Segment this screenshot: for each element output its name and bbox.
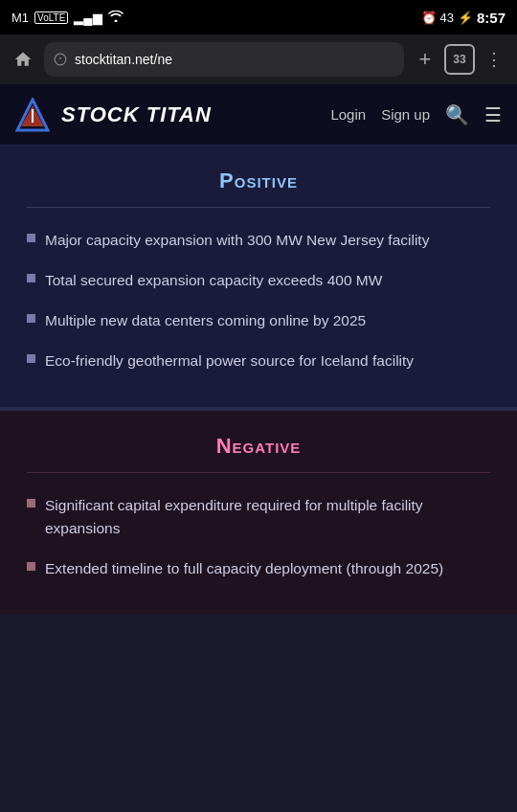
positive-title: Positive <box>27 169 490 193</box>
status-left: M1 VoLTE ▂▄▆ <box>11 11 124 25</box>
signal-icon: ▂▄▆ <box>74 11 101 25</box>
status-right: ⏰ 43 ⚡ 8:57 <box>421 10 506 26</box>
list-item: Extended timeline to full capacity deplo… <box>27 557 490 580</box>
list-item: Eco-friendly geothermal power source for… <box>27 350 490 372</box>
positive-item-4: Eco-friendly geothermal power source for… <box>45 350 414 372</box>
time-display: 8:57 <box>477 10 506 26</box>
header-nav: Login Sign up 🔍 ☰ <box>330 103 502 126</box>
negative-title: Negative <box>27 434 490 459</box>
site-header: STOCK TITAN Login Sign up 🔍 ☰ <box>0 84 517 146</box>
bullet-icon <box>27 234 35 242</box>
tab-count-button[interactable]: 33 <box>444 44 475 75</box>
bullet-icon <box>27 562 35 571</box>
address-text: stocktitan.net/ne <box>75 52 394 67</box>
list-item: Multiple new data centers coming online … <box>27 309 490 332</box>
volte-badge: VoLTE <box>34 11 68 24</box>
positive-section: Positive Major capacity expansion with 3… <box>0 146 517 411</box>
battery-level: 43 <box>440 11 454 25</box>
positive-item-1: Major capacity expansion with 300 MW New… <box>45 229 429 252</box>
site-title: STOCK TITAN <box>61 102 319 127</box>
alarm-icon: ⏰ <box>421 11 437 25</box>
wifi-icon <box>108 11 124 25</box>
negative-item-1: Significant capital expenditure required… <box>45 494 490 540</box>
login-link[interactable]: Login <box>330 106 366 123</box>
negative-divider <box>27 472 490 473</box>
list-item: Significant capital expenditure required… <box>27 494 490 540</box>
browser-chrome: stocktitan.net/ne + 33 ⋮ <box>0 34 517 84</box>
home-button[interactable] <box>10 46 36 73</box>
list-item: Total secured expansion capacity exceeds… <box>27 269 490 292</box>
site-logo <box>15 98 50 132</box>
list-item: Major capacity expansion with 300 MW New… <box>27 229 490 252</box>
bullet-icon <box>27 354 35 363</box>
charging-icon: ⚡ <box>458 11 473 25</box>
search-icon[interactable]: 🔍 <box>445 103 469 126</box>
security-icon <box>54 53 67 66</box>
bullet-icon <box>27 274 35 282</box>
negative-section: Negative Significant capital expenditure… <box>0 411 517 615</box>
browser-menu-button[interactable]: ⋮ <box>481 46 507 73</box>
positive-item-3: Multiple new data centers coming online … <box>45 309 366 332</box>
positive-divider <box>27 207 490 208</box>
battery-indicator: 43 <box>440 11 454 25</box>
positive-item-2: Total secured expansion capacity exceeds… <box>45 269 382 292</box>
status-bar: M1 VoLTE ▂▄▆ ⏰ 43 ⚡ 8:57 <box>0 0 517 34</box>
negative-item-2: Extended timeline to full capacity deplo… <box>45 557 443 580</box>
address-bar[interactable]: stocktitan.net/ne <box>44 42 404 77</box>
new-tab-button[interactable]: + <box>412 46 438 73</box>
negative-list: Significant capital expenditure required… <box>27 494 490 580</box>
bullet-icon <box>27 499 35 508</box>
bullet-icon <box>27 314 35 323</box>
hamburger-menu-icon[interactable]: ☰ <box>484 103 502 126</box>
positive-list: Major capacity expansion with 300 MW New… <box>27 229 490 372</box>
signup-link[interactable]: Sign up <box>381 106 430 123</box>
carrier-label: M1 <box>11 11 29 25</box>
browser-actions: + 33 ⋮ <box>412 44 507 75</box>
